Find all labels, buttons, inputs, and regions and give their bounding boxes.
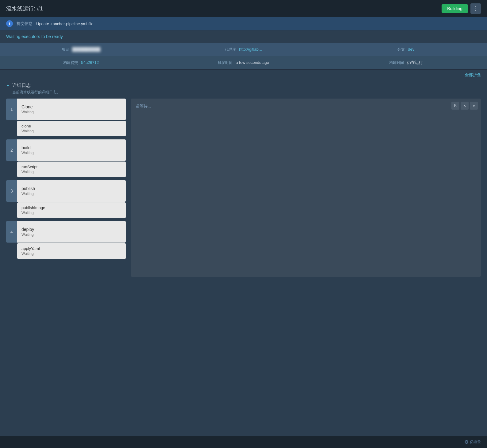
spacer-3 xyxy=(6,219,126,221)
step-runscript-status: Waiting xyxy=(21,170,122,174)
meta-repo: 代码库 http://gitlab... xyxy=(162,43,325,56)
detail-title: 详细日志 xyxy=(12,83,31,88)
stage-3-number: 3 xyxy=(6,180,17,202)
stage-1-status: Waiting xyxy=(21,110,122,114)
footer: ⚙ 亿速云 xyxy=(0,436,487,448)
meta-branch-value: dev xyxy=(408,47,414,52)
meta-buildtime-label: 构建时间 xyxy=(389,60,404,65)
stage-group-4: 4 deploy Waiting applyYaml Waiting xyxy=(6,221,126,259)
footer-logo-text: 亿速云 xyxy=(470,439,481,445)
detail-section: ▼ 详细日志 当前流水线运行的详细日志。 xyxy=(0,80,487,99)
log-up-button[interactable]: ∧ xyxy=(461,102,469,110)
stage-4-name: deploy xyxy=(21,227,122,232)
log-controls: K ∧ ∨ xyxy=(451,102,478,110)
stage-2-header[interactable]: 2 build Waiting xyxy=(6,139,126,161)
stage-3-status: Waiting xyxy=(21,192,122,196)
stage-2-number: 2 xyxy=(6,139,17,161)
page-title: 流水线运行: #1 xyxy=(6,5,43,12)
stage-4-header[interactable]: 4 deploy Waiting xyxy=(6,221,126,243)
stage-group-2: 2 build Waiting runScript Waiting xyxy=(6,139,126,178)
step-clone-name: clone xyxy=(21,124,122,128)
meta-project-value: ██████████ xyxy=(72,47,100,52)
stages-panel: 1 Clone Waiting clone Waiting 2 build Wa… xyxy=(6,99,126,277)
meta-project-label: 项目 xyxy=(62,47,69,52)
detail-subtitle: 当前流水线运行的详细日志。 xyxy=(6,90,481,99)
meta-repo-value[interactable]: http://gitlab... xyxy=(239,47,262,52)
waiting-message: Waiting executors to be ready xyxy=(0,30,487,43)
step-clone-status: Waiting xyxy=(21,129,122,133)
log-placeholder-text: 请等待... xyxy=(136,102,476,109)
stage-1-header[interactable]: 1 Clone Waiting xyxy=(6,99,126,120)
stage-3-main[interactable]: publish Waiting xyxy=(17,180,126,202)
meta-row-2: 构建提交 54a26712 触发时间 a few seconds ago 构建时… xyxy=(0,56,487,70)
more-button[interactable]: ⋮ xyxy=(470,3,481,14)
meta-trigger-label: 触发时间 xyxy=(218,60,233,65)
meta-project: 项目 ██████████ xyxy=(0,43,162,56)
stage-4-main[interactable]: deploy Waiting xyxy=(17,221,126,243)
stage-1-main[interactable]: Clone Waiting xyxy=(17,99,126,120)
stage-1-number: 1 xyxy=(6,99,17,120)
main-content: 1 Clone Waiting clone Waiting 2 build Wa… xyxy=(0,99,487,283)
step-publishimage-name: publishImage xyxy=(21,205,122,210)
log-first-button[interactable]: K xyxy=(451,102,459,110)
meta-buildtime-value: 仍在运行 xyxy=(407,60,423,65)
meta-branch: 分支 dev xyxy=(325,43,487,56)
footer-logo-icon: ⚙ xyxy=(464,439,469,445)
stage-4-status: Waiting xyxy=(21,232,122,237)
step-applyyaml[interactable]: applyYaml Waiting xyxy=(17,243,126,259)
log-panel: K ∧ ∨ 请等待... xyxy=(131,99,481,277)
meta-commit: 构建提交 54a26712 xyxy=(0,56,162,69)
commit-label: 提交信息 xyxy=(17,21,33,26)
step-publishimage[interactable]: publishImage Waiting xyxy=(17,202,126,218)
stage-2-name: build xyxy=(21,145,122,150)
stage-2-main[interactable]: build Waiting xyxy=(17,139,126,161)
spacer-1 xyxy=(6,137,126,139)
stage-group-3: 3 publish Waiting publishImage Waiting xyxy=(6,180,126,219)
step-runscript[interactable]: runScript Waiting xyxy=(17,162,126,177)
info-icon: i xyxy=(6,20,13,27)
meta-branch-label: 分支 xyxy=(397,47,405,52)
spacer-2 xyxy=(6,178,126,180)
step-applyyaml-name: applyYaml xyxy=(21,246,122,251)
header-actions: Building ⋮ xyxy=(442,3,481,14)
commit-message: Update .rancher-pipeline.yml file xyxy=(36,21,93,26)
header: 流水线运行: #1 Building ⋮ xyxy=(0,0,487,17)
step-clone[interactable]: clone Waiting xyxy=(17,121,126,136)
detail-header: ▼ 详细日志 xyxy=(6,80,481,90)
step-applyyaml-status: Waiting xyxy=(21,251,122,256)
meta-repo-label: 代码库 xyxy=(225,47,236,52)
meta-buildtime: 构建时间 仍在运行 xyxy=(325,56,487,69)
meta-row-1: 项目 ██████████ 代码库 http://gitlab... 分支 de… xyxy=(0,43,487,56)
stage-group-1: 1 Clone Waiting clone Waiting xyxy=(6,99,126,137)
footer-logo: ⚙ 亿速云 xyxy=(464,439,481,445)
info-bar: i 提交信息 Update .rancher-pipeline.yml file xyxy=(0,17,487,30)
step-runscript-name: runScript xyxy=(21,165,122,169)
meta-commit-value[interactable]: 54a26712 xyxy=(81,60,99,65)
building-button[interactable]: Building xyxy=(442,4,468,13)
collapse-bar: 全部折叠 xyxy=(0,70,487,80)
stage-2-status: Waiting xyxy=(21,151,122,155)
stage-1-name: Clone xyxy=(21,104,122,109)
meta-trigger: 触发时间 a few seconds ago xyxy=(162,56,325,69)
collapse-all-link[interactable]: 全部折叠 xyxy=(465,72,481,78)
stage-3-name: publish xyxy=(21,186,122,191)
meta-trigger-value: a few seconds ago xyxy=(236,60,269,65)
stage-3-header[interactable]: 3 publish Waiting xyxy=(6,180,126,202)
meta-commit-label: 构建提交 xyxy=(63,60,78,65)
detail-arrow-icon: ▼ xyxy=(6,84,10,88)
log-down-button[interactable]: ∨ xyxy=(470,102,478,110)
stage-4-number: 4 xyxy=(6,221,17,243)
step-publishimage-status: Waiting xyxy=(21,211,122,215)
